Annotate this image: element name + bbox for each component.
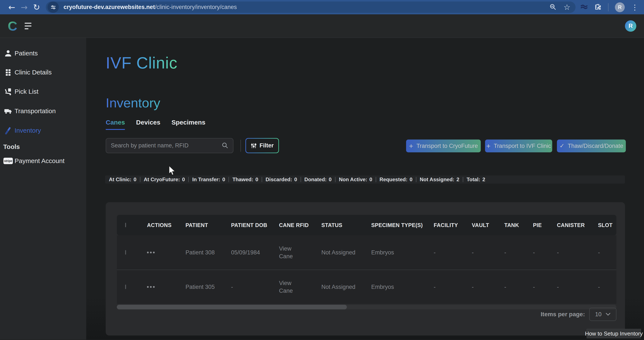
user-avatar[interactable]: R	[625, 20, 636, 32]
column-header[interactable]: VAULT	[472, 222, 504, 228]
cell-slot: -	[598, 284, 616, 290]
cell-patient-dob: -	[231, 284, 279, 290]
search-icon[interactable]	[222, 142, 228, 150]
toolbar: Filter + Transport to CryoFuture + Trans…	[106, 138, 626, 154]
cell-specimen-types: Embryos	[371, 284, 434, 290]
column-header[interactable]: SPECIMEN TYPE(S)	[371, 222, 434, 228]
select-all-checkbox[interactable]	[125, 223, 126, 227]
column-header[interactable]: CANISTER	[557, 222, 598, 228]
view-cane-link[interactable]: View Cane	[279, 245, 300, 260]
url-domain: cryofuture-dev.azurewebsites.net	[64, 4, 155, 10]
site-settings-icon[interactable]	[48, 2, 59, 13]
extensions-puzzle-icon[interactable]	[594, 3, 602, 11]
cell-slot: -	[598, 249, 616, 256]
view-cane-link[interactable]: View Cane	[279, 279, 300, 295]
app-header: C R	[0, 14, 644, 38]
status-counts-bar: At Clinic:0 At CryoFuture:0 In Transfer:…	[105, 176, 625, 184]
sidebar-item-payment-account[interactable]: stripe Payment Account	[0, 154, 86, 168]
cell-specimen-types: Embryos	[371, 249, 434, 256]
column-header[interactable]: SLOT	[598, 222, 616, 228]
sidebar-item-patients[interactable]: Patients	[0, 47, 86, 60]
column-header[interactable]: TANK	[504, 222, 533, 228]
stat-label: Donated:	[304, 176, 327, 182]
address-bar[interactable]: cryofuture-dev.azurewebsites.net/clinic-…	[46, 2, 576, 13]
items-per-page-label: Items per page:	[541, 311, 585, 318]
sidebar-item-clinic-details[interactable]: Clinic Details	[0, 66, 86, 79]
scrollbar-thumb[interactable]	[117, 305, 347, 310]
tune-sliders-icon	[251, 143, 257, 149]
sidebar-item-label: Transportation	[14, 108, 56, 115]
transport-to-ivf-clinic-button[interactable]: + Transport to IVF Clinic	[485, 140, 552, 152]
cell-tank: -	[504, 284, 533, 290]
cell-status: Not Assigned	[321, 249, 371, 256]
page-title: IVF Clinic	[106, 54, 177, 72]
column-header[interactable]: PATIENT	[186, 222, 231, 228]
tab-canes[interactable]: Canes	[106, 119, 125, 130]
search-input[interactable]	[111, 142, 222, 149]
mouse-cursor	[168, 166, 176, 177]
stat-value: 0	[134, 176, 136, 182]
cell-status: Not Assigned	[321, 284, 371, 290]
person-icon	[3, 49, 13, 58]
column-header[interactable]: PATIENT DOB	[231, 222, 279, 228]
browser-profile-avatar[interactable]: R	[615, 2, 625, 12]
zoom-out-icon[interactable]	[550, 4, 556, 11]
browser-toolbar: ← → ↻ cryofuture-dev.azurewebsites.net/c…	[0, 0, 644, 14]
table-header-row: ACTIONS PATIENT PATIENT DOB CANE RFID ST…	[117, 215, 616, 235]
stat-value: 2	[482, 176, 485, 182]
row-actions-button[interactable]	[147, 286, 186, 288]
stat-label: Thawed:	[232, 176, 253, 182]
stat-value: 0	[182, 176, 185, 182]
chevron-down-icon	[606, 312, 610, 316]
row-checkbox[interactable]	[125, 250, 126, 255]
cryofuture-logo[interactable]: C	[8, 18, 17, 34]
inventory-section-title: Inventory	[106, 95, 160, 110]
stat-label: Requested:	[380, 176, 408, 182]
column-header[interactable]: STATUS	[321, 222, 371, 228]
reload-icon[interactable]: ↻	[30, 2, 43, 12]
back-icon[interactable]: ←	[6, 2, 18, 12]
help-tooltip[interactable]: How to Setup Inventory	[587, 329, 641, 338]
cell-pie: -	[533, 284, 557, 290]
stat-value: 0	[410, 176, 412, 182]
column-header[interactable]: CANE RFID	[279, 222, 321, 228]
cell-facility: -	[434, 249, 472, 256]
tab-devices[interactable]: Devices	[136, 119, 160, 130]
filter-button[interactable]: Filter	[246, 138, 279, 153]
row-checkbox[interactable]	[125, 284, 126, 289]
stat-value: 0	[329, 176, 332, 182]
cell-patient-dob: 05/09/1984	[231, 249, 279, 256]
sidebar-section-tools: Tools	[3, 143, 20, 150]
cell-facility: -	[434, 284, 472, 290]
thaw-discard-donate-button[interactable]: ✓ Thaw/Discard/Donate	[557, 140, 626, 152]
stat-label: Discarded:	[266, 176, 292, 182]
table-row: Patient 308 05/09/1984 View Cane Not Ass…	[117, 235, 616, 270]
browser-menu-icon[interactable]: ⋮	[631, 3, 638, 12]
column-header[interactable]: FACILITY	[434, 222, 472, 228]
page-size-select[interactable]: 10	[589, 308, 616, 321]
column-header[interactable]: PIE	[533, 222, 557, 228]
sidebar-item-pick-list[interactable]: Pick List	[0, 85, 86, 98]
inventory-table-card: ACTIONS PATIENT PATIENT DOB CANE RFID ST…	[106, 202, 625, 336]
row-actions-button[interactable]	[147, 252, 186, 253]
sidebar-item-label: Payment Account	[14, 157, 64, 164]
truck-icon	[3, 106, 13, 116]
transport-to-cryofuture-button[interactable]: + Transport to CryoFuture	[406, 140, 481, 152]
wave-extension-icon[interactable]	[580, 4, 588, 11]
button-label: Transport to IVF Clinic	[494, 143, 551, 149]
sidebar-item-label: Clinic Details	[14, 69, 52, 76]
pagination: Items per page: 10	[541, 308, 616, 321]
cell-patient: Patient 305	[186, 284, 231, 290]
menu-hamburger-icon[interactable]	[24, 23, 32, 29]
sidebar-item-inventory[interactable]: Inventory	[0, 124, 86, 137]
url-text[interactable]: cryofuture-dev.azurewebsites.net/clinic-…	[64, 4, 550, 10]
inventory-tabs: Canes Devices Specimens	[106, 119, 206, 130]
tab-specimens[interactable]: Specimens	[172, 119, 205, 130]
main-content: IVF Clinic Inventory Canes Devices Speci…	[86, 38, 644, 340]
sidebar-item-label: Patients	[14, 50, 38, 57]
column-header[interactable]: ACTIONS	[147, 222, 186, 228]
toolbar-divider	[608, 3, 608, 11]
sidebar-item-transportation[interactable]: Transportation	[0, 104, 86, 118]
bookmark-star-icon[interactable]: ☆	[564, 3, 570, 12]
stat-label: In Transfer:	[192, 176, 220, 182]
